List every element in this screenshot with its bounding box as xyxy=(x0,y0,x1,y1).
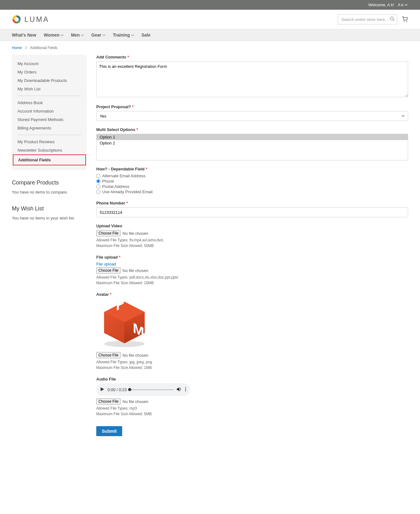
proposal-select[interactable]: Yes xyxy=(96,111,408,121)
video-size-hint: Maximum File Size Allowed: 50MB xyxy=(96,243,408,249)
breadcrumb-current: Additional Fields xyxy=(30,46,58,50)
phone-input[interactable] xyxy=(96,207,408,217)
proposal-label: Project Proposal? xyxy=(96,104,408,109)
sidebar-item-payment[interactable]: Stored Payment Methods xyxy=(12,115,87,124)
account-dropdown[interactable]: A k xyxy=(398,3,408,7)
kebab-icon[interactable] xyxy=(185,387,186,392)
logo-text: LUMA xyxy=(24,15,49,24)
avatar-label: Avatar xyxy=(96,292,408,297)
file-file-status: No file chosen xyxy=(122,268,148,273)
sidebar-item-info[interactable]: Account Information xyxy=(12,107,87,115)
search-icon[interactable] xyxy=(390,17,395,22)
multi-option-1[interactable]: Option 1 xyxy=(97,134,408,140)
how-radio-phone[interactable] xyxy=(96,179,100,183)
audio-label: Audio File xyxy=(96,377,408,381)
comments-label: Add Comments xyxy=(96,55,408,59)
audio-size-hint: Maximum File Size Allowed: 5MB xyxy=(96,411,408,417)
sidebar-item-reviews[interactable]: My Product Reviews xyxy=(12,138,87,146)
breadcrumb-home[interactable]: Home xyxy=(12,46,22,50)
chevron-down-icon xyxy=(131,34,134,36)
svg-marker-15 xyxy=(101,387,104,391)
svg-point-6 xyxy=(404,21,405,22)
sidebar-item-wishlist[interactable]: My Wish List xyxy=(12,85,87,93)
cart-icon[interactable] xyxy=(402,16,408,23)
comments-textarea[interactable]: This is an excellent Registration Form xyxy=(96,61,408,97)
file-upload-link[interactable]: File upload xyxy=(96,262,116,266)
wishlist-block: My Wish List You have no items in your w… xyxy=(12,205,87,220)
header: LUMA xyxy=(0,10,420,29)
sidebar-item-downloadable[interactable]: My Downloadable Products xyxy=(12,76,87,85)
how-radio-email[interactable] xyxy=(96,174,100,178)
submit-button[interactable]: Submit xyxy=(96,426,122,436)
avatar-file-status: No file chosen xyxy=(122,353,148,358)
nav-gear[interactable]: Gear xyxy=(88,29,109,41)
svg-line-5 xyxy=(393,20,394,21)
sidebar-item-newsletter[interactable]: Newsletter Subscriptions xyxy=(12,146,87,154)
svg-point-19 xyxy=(185,390,186,391)
file-label: File upload xyxy=(96,255,408,260)
wishlist-title: My Wish List xyxy=(12,205,87,212)
search-box xyxy=(338,14,397,24)
chevron-down-icon xyxy=(102,34,105,36)
audio-time: 0:00 / 0:23 xyxy=(108,387,127,392)
how-radio-provided[interactable] xyxy=(96,190,100,194)
chevron-down-icon xyxy=(405,4,408,6)
svg-point-4 xyxy=(390,17,393,20)
chevron-down-icon xyxy=(61,34,63,36)
avatar-size-hint: Maximum File Size Allowed: 1MB xyxy=(96,365,408,370)
avatar-choose-button[interactable]: Choose File xyxy=(96,352,121,358)
phone-label: Phone Number xyxy=(96,201,408,205)
sidebar-item-additional[interactable]: Additional Fields xyxy=(13,154,86,165)
multi-select[interactable]: Option 1 Option 2 xyxy=(96,134,408,160)
welcome-text: Welcome, A k! xyxy=(368,3,394,7)
divider xyxy=(18,135,81,135)
audio-file-status: No file chosen xyxy=(122,399,148,404)
wishlist-empty: You have no items in your wish list. xyxy=(12,216,87,220)
nav-training[interactable]: Training xyxy=(109,29,138,41)
svg-point-18 xyxy=(185,389,186,390)
account-nav: My Account My Orders My Downloadable Pro… xyxy=(12,55,87,170)
how-radio-postal[interactable] xyxy=(96,184,100,189)
sidebar-item-orders[interactable]: My Orders xyxy=(12,68,87,76)
video-file-status: No file chosen xyxy=(122,231,148,236)
video-types-hint: Allowed File Types: flv,mp4,avi,wmv,dvd, xyxy=(96,237,408,243)
nav-sale[interactable]: Sale xyxy=(138,29,154,41)
compare-block: Compare Products You have no items to co… xyxy=(12,179,87,194)
audio-player[interactable]: 0:00 / 0:23 xyxy=(96,383,190,396)
video-choose-button[interactable]: Choose File xyxy=(96,230,121,236)
search-input[interactable] xyxy=(338,14,397,24)
nav-women[interactable]: Women xyxy=(40,29,67,41)
audio-track[interactable] xyxy=(130,389,174,390)
sidebar-item-account[interactable]: My Account xyxy=(12,59,87,68)
avatar-types-hint: Allowed File Types: jpg, jpeg, png xyxy=(96,359,408,365)
nav-whats-new[interactable]: What's New xyxy=(12,29,40,41)
logo[interactable]: LUMA xyxy=(12,15,49,24)
audio-choose-button[interactable]: Choose File xyxy=(96,398,121,405)
sidebar-item-billing[interactable]: Billing Agreements xyxy=(12,124,87,132)
chevron-down-icon xyxy=(81,34,84,36)
sidebar-item-address[interactable]: Address Book xyxy=(12,98,87,107)
main-nav: What's New Women Men Gear Training Sale xyxy=(0,29,420,41)
audio-types-hint: Allowed File Types: mp3 xyxy=(96,406,408,411)
svg-point-17 xyxy=(185,387,186,388)
multi-label: Multi Select Options xyxy=(96,127,408,132)
breadcrumb: Home Additional Fields xyxy=(0,41,420,55)
divider xyxy=(18,96,81,96)
multi-option-2[interactable]: Option 2 xyxy=(97,140,408,146)
avatar-image: F M E xyxy=(96,299,408,350)
main-content: Add Comments This is an excellent Regist… xyxy=(96,55,408,436)
sidebar: My Account My Orders My Downloadable Pro… xyxy=(12,55,87,436)
svg-marker-16 xyxy=(177,387,179,391)
volume-icon[interactable] xyxy=(177,387,182,392)
chevron-right-icon xyxy=(25,46,27,50)
nav-men[interactable]: Men xyxy=(67,29,88,41)
play-icon[interactable] xyxy=(100,387,104,392)
file-size-hint: Maximum File Size Allowed: 20MB xyxy=(96,280,408,286)
account-name: A k xyxy=(398,3,403,7)
logo-icon xyxy=(12,15,21,24)
file-types-hint: Allowed File Types: pdf,docx,xls,xlsx,do… xyxy=(96,275,408,280)
how-label: How? - Dependable Field xyxy=(96,167,408,171)
compare-title: Compare Products xyxy=(12,179,87,186)
file-choose-button[interactable]: Choose File xyxy=(96,267,121,274)
svg-point-7 xyxy=(406,21,407,22)
